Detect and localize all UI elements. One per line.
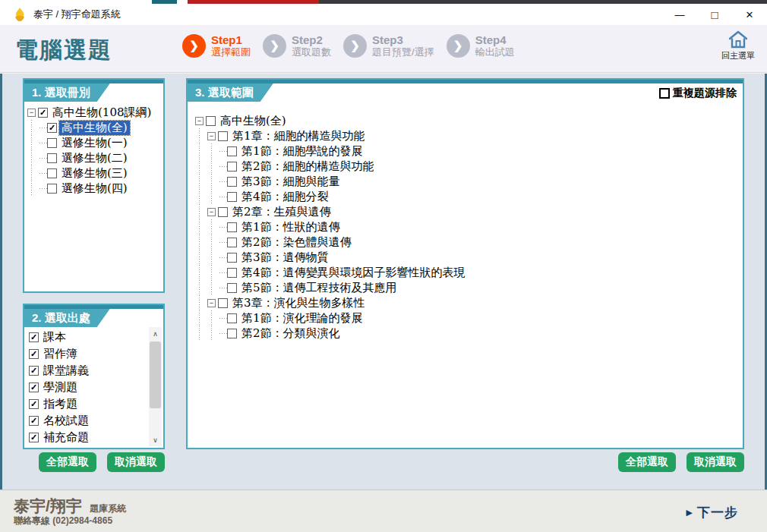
tree-item-label[interactable]: 選修生物(一) [59,136,130,150]
source-list-item: ✓課本 [29,329,147,345]
source-item-checkbox[interactable]: ✓ [29,416,39,426]
dedupe-checkbox[interactable] [659,88,670,99]
tree-item-checkbox[interactable] [206,116,216,126]
source-item-label[interactable]: 指考題 [41,397,80,411]
source-list-item: ✓習作簿 [29,345,147,362]
select-all-scope-button[interactable]: 全部選取 [618,452,676,472]
tree-item-label[interactable]: 第2節：細胞的構造與功能 [239,159,377,174]
tree-guide-line [195,174,207,189]
tree-item-checkbox[interactable] [227,283,237,293]
tree-item-label[interactable]: 第4節：遺傳變異與環境因子影響性狀的表現 [239,266,468,280]
tree-item-checkbox[interactable] [218,131,228,141]
collapse-expander-icon[interactable]: − [207,208,216,216]
home-button[interactable]: 回主選單 [717,30,759,69]
maximize-button[interactable]: □ [697,4,732,25]
source-item-label[interactable]: 課堂講義 [41,364,91,378]
source-item-checkbox[interactable]: ✓ [29,382,39,392]
tree-item-checkbox[interactable] [227,238,237,247]
tree-guide-line [27,181,39,196]
tree-item-checkbox[interactable] [227,177,237,187]
tree-item-label[interactable]: 第3章：演化與生物多樣性 [230,296,368,310]
brand: 泰宇/翔宇 題庫系統 [14,496,126,517]
wizard-steps: ❯Step1選擇範圍❯Step2選取題數❯Step3題目預覽/選擇❯Step4輸… [182,33,527,58]
collapse-expander-icon[interactable]: − [195,117,204,125]
tree-item-label[interactable]: 第2節：染色體與遺傳 [239,235,354,250]
tree-item-label[interactable]: 第1節：細胞學說的發展 [239,144,365,159]
tree-item-label[interactable]: 第2節：分類與演化 [239,326,342,341]
collapse-expander-icon[interactable]: − [207,299,216,307]
source-item-label[interactable]: 課本 [41,330,68,345]
source-item-checkbox[interactable]: ✓ [29,433,39,442]
next-step-button[interactable]: ▶ 下一步 [687,504,738,521]
tree-guide-line [207,235,219,250]
tree-item-checkbox[interactable] [227,268,237,278]
select-all-sources-button[interactable]: 全部選取 [39,452,96,472]
tree-item-label[interactable]: 第3節：遺傳物質 [239,250,331,265]
source-item-label[interactable]: 補充命題 [41,430,91,445]
tree-item-checkbox[interactable] [227,192,237,202]
footer: 泰宇/翔宇 題庫系統 聯絡專線 (02)2984-4865 ▶ 下一步 [0,490,767,532]
tree-item-label[interactable]: 第1節：性狀的遺傳 [239,220,342,235]
scroll-down-icon[interactable]: ∨ [149,433,162,446]
tree-guide-line [195,265,207,280]
tree-item-label[interactable]: 第1章：細胞的構造與功能 [230,129,368,143]
tree-item-label[interactable]: 第4節：細胞分裂 [239,190,331,204]
tree-item-label[interactable]: 選修生物(四) [59,181,130,196]
tree-item-label[interactable]: 第3節：細胞與能量 [239,175,342,189]
tree-connector-line [39,150,47,165]
tree-connector-line [219,310,227,326]
deselect-sources-button[interactable]: 取消選取 [107,452,165,472]
step-chevron-icon: ❯ [447,34,470,58]
scrollbar-thumb[interactable] [150,342,161,408]
collapse-expander-icon[interactable]: − [27,109,36,117]
tree-item-checkbox[interactable] [227,146,237,156]
tree-item-checkbox[interactable] [227,162,237,172]
tree-item-label[interactable]: 選修生物(二) [59,151,130,165]
tree-connector-line [219,174,227,189]
tree-item-label[interactable]: 高中生物(全) [218,114,289,128]
step-chevron-icon: ❯ [263,34,286,58]
deselect-scope-button[interactable]: 取消選取 [687,452,744,472]
tree-item: 第1節：性狀的遺傳 [195,219,740,235]
tree-item-label[interactable]: 高中生物(108課綱) [50,105,153,120]
source-item-label[interactable]: 學測題 [41,380,80,395]
tree-item-checkbox[interactable] [47,153,57,163]
minimize-button[interactable]: — [662,4,697,25]
source-item-label[interactable]: 名校試題 [41,414,91,428]
tree-item-checkbox[interactable]: ✓ [47,123,57,133]
close-button[interactable]: ✕ [732,4,767,25]
tree-item-checkbox[interactable] [227,313,237,323]
tree-item-label[interactable]: 第5節：遺傳工程技術及其應用 [239,281,399,295]
tree-item: 第1節：細胞學說的發展 [195,143,740,159]
brand-name: 泰宇/翔宇 [14,497,82,515]
source-item-checkbox[interactable]: ✓ [29,332,39,342]
tree-item-checkbox[interactable] [47,138,57,148]
scroll-up-icon[interactable]: ∧ [149,327,162,340]
source-item-checkbox[interactable]: ✓ [29,399,39,409]
tree-item-checkbox[interactable] [227,329,237,338]
tree-item-checkbox[interactable] [218,207,228,217]
tree-item-checkbox[interactable] [47,168,57,178]
tree-guide-line [195,189,207,204]
tree-item-label[interactable]: 第1節：演化理論的發展 [239,311,365,326]
source-item-checkbox[interactable]: ✓ [29,366,39,376]
source-item-checkbox[interactable]: ✓ [29,349,39,359]
tree-item-label[interactable]: 選修生物(三) [59,166,130,181]
tree-item-label[interactable]: 第2章：生殖與遺傳 [230,205,333,219]
step-sublabel: 輸出試題 [475,46,515,58]
tree-guide-line [27,120,39,135]
tree-item-checkbox[interactable] [227,222,237,232]
dedupe-option[interactable]: 重複題源排除 [659,87,737,100]
tree-item-checkbox[interactable]: ✓ [38,108,48,118]
tree-item-checkbox[interactable] [47,184,57,194]
collapse-expander-icon[interactable]: − [207,132,216,140]
scrollbar[interactable]: ∧ ∨ [149,327,162,446]
tree-connector-line [219,265,227,280]
tree-guide-line [207,143,219,159]
tree-item-label[interactable]: 高中生物(全) [59,121,130,135]
tree-connector-line [39,181,47,196]
tree-item-checkbox[interactable] [218,298,228,308]
source-item-label[interactable]: 習作簿 [41,347,80,361]
source-list-item: ✓生物說圖 [29,445,147,446]
tree-item-checkbox[interactable] [227,253,237,263]
